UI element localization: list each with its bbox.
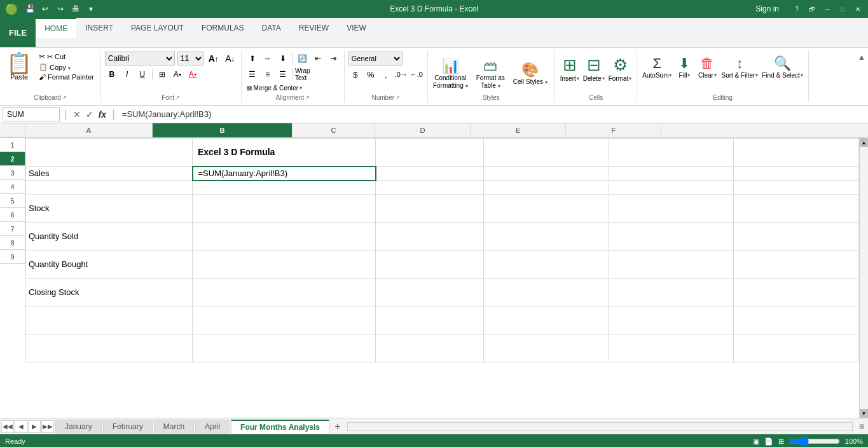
align-center-btn[interactable]: ≡ [261, 67, 275, 81]
align-left-btn[interactable]: ☰ [245, 67, 259, 81]
cell-e9[interactable] [609, 334, 733, 362]
zoom-slider[interactable] [789, 438, 840, 444]
copy-button[interactable]: 📋 Copy ▾ [36, 62, 97, 72]
cell-a6[interactable]: Quantity Bought [26, 251, 193, 279]
col-header-e[interactable]: E [471, 123, 566, 137]
cell-a2[interactable]: Sales [26, 167, 193, 181]
cell-a8[interactable] [26, 306, 193, 334]
customize-icon[interactable]: ▾ [85, 3, 97, 15]
clear-btn[interactable]: 🗑 Clear ▾ [696, 54, 719, 80]
close-btn[interactable]: ✕ [853, 4, 863, 14]
tab-home[interactable]: HOME [36, 18, 76, 38]
cell-c8[interactable] [376, 306, 484, 334]
redo-icon[interactable]: ↪ [55, 3, 66, 15]
conditional-formatting-btn[interactable]: 📊 Conditional Formatting ▾ [432, 57, 469, 91]
decrease-font-btn[interactable]: A↓ [223, 52, 237, 65]
cell-e7[interactable] [609, 279, 733, 306]
sheet-tab-january[interactable]: January [55, 420, 102, 434]
file-tab[interactable]: FILE [0, 18, 36, 47]
cell-c6[interactable] [376, 251, 484, 279]
tab-insert[interactable]: INSERT [76, 18, 122, 38]
cell-styles-btn[interactable]: 🎨 Cell Styles ▾ [512, 60, 549, 87]
sheet-tab-february[interactable]: February [103, 420, 153, 434]
fill-color-btn[interactable]: A▾ [170, 67, 184, 81]
indent-decrease-btn[interactable]: ⇤ [311, 52, 325, 65]
col-header-d[interactable]: D [375, 123, 471, 137]
format-painter-button[interactable]: 🖌 Format Painter [36, 72, 97, 81]
sort-filter-btn[interactable]: ↕ Sort & Filter ▾ [720, 54, 759, 80]
border-btn[interactable]: ⊞ [155, 67, 169, 81]
cell-a9[interactable] [26, 334, 193, 362]
currency-btn[interactable]: $ [348, 67, 362, 81]
cell-e2[interactable] [609, 167, 733, 181]
cell-b5[interactable] [193, 223, 376, 251]
fill-btn[interactable]: ⬇ Fill ▾ [674, 54, 694, 80]
font-expand-icon[interactable]: ↗ [176, 95, 180, 100]
align-middle-btn[interactable]: ↔ [261, 52, 275, 65]
wrap-text-btn[interactable]: Wrap Text [296, 67, 310, 81]
scroll-tabs-prev-btn[interactable]: ◀ [15, 420, 27, 433]
number-format-select[interactable]: General [348, 52, 403, 65]
formula-input[interactable] [120, 108, 865, 120]
print-icon[interactable]: 🖶 [70, 3, 81, 15]
cell-e4[interactable] [609, 195, 733, 223]
align-right-btn[interactable]: ☰ [276, 67, 290, 81]
delete-btn[interactable]: ⊟ Delete ▾ [582, 54, 606, 83]
tab-formulas[interactable]: FORMULAS [193, 18, 253, 38]
tab-review[interactable]: REVIEW [290, 18, 338, 38]
cell-f3[interactable] [734, 181, 859, 195]
row-header-9[interactable]: 9 [0, 250, 25, 264]
cell-d5[interactable] [484, 223, 609, 251]
cell-d1[interactable] [484, 139, 609, 167]
view-layout-btn[interactable]: 📄 [764, 437, 773, 446]
cell-f8[interactable] [734, 306, 859, 334]
underline-btn[interactable]: U [135, 67, 149, 81]
scroll-tabs-left-btn[interactable]: ◀◀ [1, 420, 14, 433]
cell-a7[interactable]: Closing Stock [26, 279, 193, 306]
row-header-1[interactable]: 1 [0, 138, 25, 152]
text-direction-btn[interactable]: 🔃 [296, 52, 310, 65]
sheet-tab-march[interactable]: March [154, 420, 194, 434]
cell-c3[interactable] [376, 181, 484, 195]
indent-increase-btn[interactable]: ⇥ [326, 52, 340, 65]
autosum-btn[interactable]: Σ AutoSum ▾ [641, 54, 673, 80]
cell-a3[interactable] [26, 181, 193, 195]
row-header-8[interactable]: 8 [0, 236, 25, 250]
decrease-decimal-btn[interactable]: ←.0 [410, 67, 424, 81]
format-as-table-btn[interactable]: 🗃 Format as Table ▾ [472, 57, 509, 91]
alignment-expand-icon[interactable]: ↗ [305, 95, 310, 100]
maximize-btn[interactable]: □ [837, 4, 848, 14]
font-family-select[interactable]: Calibri [105, 52, 175, 65]
row-header-6[interactable]: 6 [0, 208, 25, 222]
cell-d7[interactable] [484, 279, 609, 306]
cell-d3[interactable] [484, 181, 609, 195]
number-expand-icon[interactable]: ↗ [396, 95, 400, 100]
find-select-btn[interactable]: 🔍 Find & Select ▾ [761, 54, 804, 80]
insert-function-btn[interactable]: fx [97, 108, 107, 121]
cell-c5[interactable] [376, 223, 484, 251]
cell-a5[interactable]: Quantity Sold [26, 223, 193, 251]
merge-center-btn[interactable]: ⊠ Merge & Center ▾ [245, 83, 303, 93]
vertical-scrollbar[interactable]: ▲ ▼ [859, 138, 868, 418]
cell-c2[interactable] [376, 167, 484, 181]
cell-c4[interactable] [376, 195, 484, 223]
cut-button[interactable]: ✂ ✂ Cut [36, 52, 97, 62]
cell-d2[interactable] [484, 167, 609, 181]
scroll-tabs-next-btn[interactable]: ▶ [28, 420, 41, 433]
cell-e5[interactable] [609, 223, 733, 251]
align-top-btn[interactable]: ⬆ [245, 52, 259, 65]
add-sheet-btn[interactable]: + [331, 420, 345, 434]
sheet-tab-four-months[interactable]: Four Months Analysis [231, 420, 329, 434]
help-btn[interactable]: ? [792, 4, 802, 14]
cell-b4[interactable] [193, 195, 376, 223]
cell-a1[interactable] [26, 139, 193, 167]
view-page-break-btn[interactable]: ⊞ [778, 437, 784, 446]
cell-b8[interactable] [193, 306, 376, 334]
cell-f1[interactable] [734, 139, 859, 167]
font-size-select[interactable]: 11 [177, 52, 204, 65]
col-header-b[interactable]: B [153, 123, 293, 137]
col-header-a[interactable]: A [25, 123, 153, 137]
save-icon[interactable]: 💾 [24, 3, 36, 15]
increase-font-btn[interactable]: A↑ [207, 52, 221, 65]
cell-c9[interactable] [376, 334, 484, 362]
